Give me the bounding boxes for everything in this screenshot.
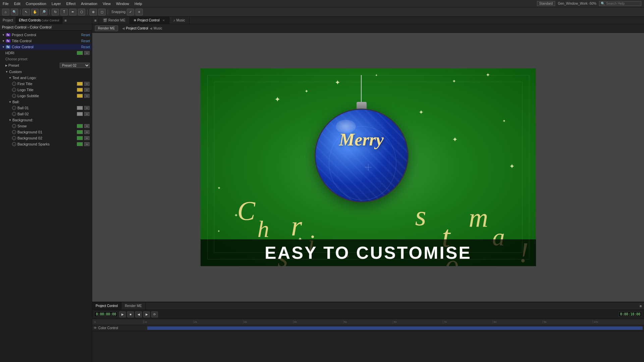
background-section-label: Background: — [12, 118, 90, 122]
ball02-icon[interactable]: ○ — [12, 112, 16, 116]
title-control-toggle[interactable] — [2, 40, 5, 43]
snow-icon[interactable]: ○ — [12, 124, 16, 128]
snow-label: Snow — [17, 124, 77, 128]
bg01-swatch[interactable] — [77, 130, 83, 134]
layer-label-1: 👁 Color Control — [94, 326, 147, 330]
project-control-toggle[interactable] — [2, 34, 5, 37]
bg-sparks-btn1[interactable]: ≡ — [84, 142, 90, 146]
search-input[interactable] — [606, 2, 640, 5]
search-bar: 🔍 — [599, 1, 641, 6]
comp-tab-music[interactable]: ♪ Music — [169, 17, 190, 24]
home-btn[interactable]: ⌂ — [2, 9, 9, 15]
timeline-tab-render[interactable]: Render ME — [121, 302, 146, 309]
tab-project[interactable]: Project — [0, 17, 16, 24]
ball01-swatch[interactable] — [77, 106, 83, 110]
ball01-btn1[interactable]: ≡ — [84, 106, 90, 110]
tick-8: 8s — [493, 320, 543, 323]
ball01-icon[interactable]: ○ — [12, 106, 16, 110]
snow-btn1[interactable]: ≡ — [84, 124, 90, 128]
comp-viewer: ✦ ✦ ✦ ✦ ✦ ✦ ✦ ✦ ✦ ✦ ✦ ✦ ✦ ✦ ✦ C h r i — [92, 33, 644, 302]
project-control-reset[interactable]: Reset — [81, 33, 90, 37]
tick-9: 9s — [543, 320, 593, 323]
timeline-tab-project[interactable]: Project Control — [92, 302, 121, 309]
ball-section-toggle[interactable] — [9, 101, 11, 104]
timeline-timecode-start[interactable]: 0:00:00:00 — [94, 312, 118, 317]
prev-frame-btn[interactable]: ◀ — [135, 311, 142, 317]
snapping-toggle[interactable]: ✓ — [127, 9, 134, 15]
bg-sparks-swatch[interactable] — [77, 142, 83, 146]
first-title-icon[interactable]: ○ — [12, 82, 16, 86]
hdri-btn1[interactable]: ≡ — [84, 51, 90, 55]
clone-btn[interactable]: ⊕ — [90, 9, 97, 15]
menu-view[interactable]: View — [103, 2, 111, 6]
custom-toggle[interactable] — [5, 70, 8, 73]
layer-eye-1[interactable]: 👁 — [94, 326, 97, 330]
snap-settings[interactable]: ≡ — [136, 9, 143, 15]
loop-btn[interactable]: ⟳ — [151, 311, 158, 317]
shape-btn[interactable]: ⬡ — [78, 9, 85, 15]
breadcrumb-project-control[interactable]: Project Control — [126, 26, 148, 30]
timeline-tabs: Project Control Render ME ≡ — [92, 302, 644, 310]
zoom-btn[interactable]: 🔎 — [40, 9, 47, 15]
first-title-btn1[interactable]: ≡ — [84, 82, 90, 86]
logo-subtitle-swatch[interactable] — [77, 94, 83, 98]
hdri-swatch[interactable] — [77, 51, 83, 55]
comp-tab-render-icon: 🎬 — [103, 18, 107, 22]
bg01-icon[interactable]: ○ — [12, 130, 16, 134]
play-btn[interactable]: ▶ — [119, 311, 126, 317]
comp-panel-menu[interactable]: ≡ — [92, 17, 99, 24]
logo-title-icon[interactable]: ○ — [12, 88, 16, 92]
menu-effect[interactable]: Effect — [66, 2, 75, 6]
title-control-reset[interactable]: Reset — [81, 39, 90, 43]
project-control-header: Project Control › Color Control — [0, 24, 92, 31]
workspace-selector[interactable]: Standard — [537, 1, 555, 6]
text-logo-toggle[interactable] — [9, 76, 11, 79]
comp-tab-project[interactable]: ⊞ Project Control ✕ — [130, 17, 169, 24]
logo-title-btn1[interactable]: ≡ — [84, 88, 90, 92]
pen-btn[interactable]: ✒ — [69, 9, 76, 15]
menu-help[interactable]: Help — [135, 2, 142, 6]
preset-toggle[interactable] — [5, 64, 7, 67]
text-btn[interactable]: T — [60, 9, 68, 15]
render-me-btn[interactable]: Render ME — [95, 25, 118, 31]
snow-swatch[interactable] — [77, 124, 83, 128]
select-btn[interactable]: ↖ — [22, 9, 30, 15]
tab-effect-controls[interactable]: Effect Controls Color Control — [16, 17, 62, 24]
menu-composition[interactable]: Composition — [26, 2, 46, 6]
bg-sparks-icon[interactable]: ○ — [12, 142, 16, 146]
background-section-toggle[interactable] — [9, 119, 11, 122]
comp-tab-render[interactable]: 🎬 Render ME — [99, 17, 130, 24]
bg01-btn1[interactable]: ≡ — [84, 130, 90, 134]
color-control-reset[interactable]: Reset — [81, 45, 90, 49]
comp-tab-project-close[interactable]: ✕ — [162, 19, 165, 22]
logo-subtitle-icon[interactable]: ○ — [12, 94, 16, 98]
ball02-btn1[interactable]: ≡ — [84, 112, 90, 116]
tick-2: 2s — [194, 320, 244, 323]
preset-select[interactable]: Preset 02 Preset 01 Preset 03 — [60, 63, 90, 68]
menu-window[interactable]: Window — [116, 2, 129, 6]
bg02-btn1[interactable]: ≡ — [84, 136, 90, 140]
logo-subtitle-btn1[interactable]: ≡ — [84, 94, 90, 98]
menu-file[interactable]: File — [3, 2, 9, 6]
rotate-btn[interactable]: ↻ — [52, 9, 59, 15]
hand-btn[interactable]: ✋ — [31, 9, 39, 15]
menu-animation[interactable]: Animation — [81, 2, 97, 6]
snapping-label: Snapping — [111, 10, 125, 14]
breadcrumb-music[interactable]: Music — [154, 26, 162, 30]
left-panel-menu[interactable]: ≡ — [62, 17, 69, 24]
timeline-timecode-end[interactable]: 0:00:10:00 — [619, 312, 642, 317]
search-btn[interactable]: 🔍 — [11, 9, 18, 15]
next-frame-btn[interactable]: ▶ — [143, 311, 150, 317]
tab-project-label: Project — [3, 18, 13, 22]
ball02-swatch[interactable] — [77, 112, 83, 116]
eraser-btn[interactable]: ◻ — [98, 9, 106, 15]
stop-btn[interactable]: ■ — [127, 311, 134, 317]
color-control-toggle[interactable] — [2, 46, 5, 49]
bg02-icon[interactable]: ○ — [12, 136, 16, 140]
logo-title-swatch[interactable] — [77, 88, 83, 92]
timeline-panel-menu[interactable]: ≡ — [637, 302, 644, 309]
menu-edit[interactable]: Edit — [14, 2, 20, 6]
first-title-swatch[interactable] — [77, 82, 83, 86]
bg02-swatch[interactable] — [77, 136, 83, 140]
menu-layer[interactable]: Layer — [52, 2, 61, 6]
